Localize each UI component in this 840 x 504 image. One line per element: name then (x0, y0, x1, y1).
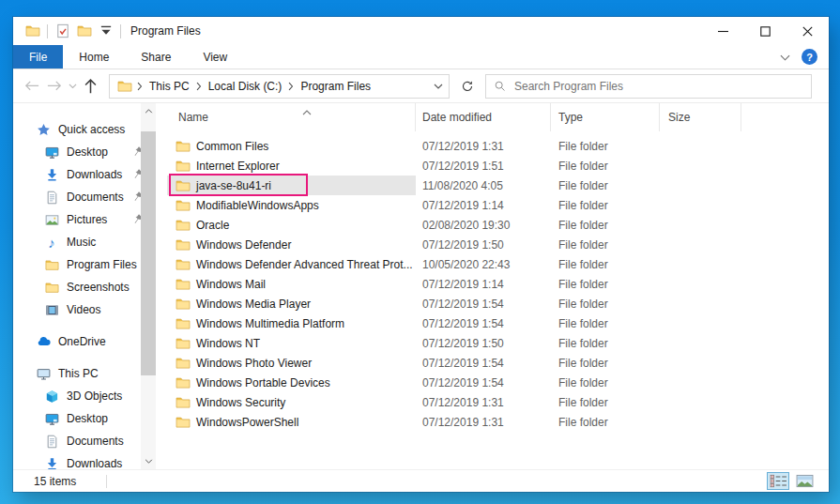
address-dropdown-icon[interactable] (434, 84, 443, 89)
sidebar-item-documents[interactable]: Documents (13, 430, 141, 452)
file-rows: Common Files 07/12/2019 1:31 File folder… (156, 136, 829, 432)
minimize-button[interactable] (702, 17, 744, 45)
titlebar[interactable]: Program Files (13, 17, 829, 45)
sidebar-item-label: 3D Objects (67, 389, 122, 403)
column-header-date-modified[interactable]: Date modified (416, 103, 551, 131)
file-row-windows-portable-devices[interactable]: Windows Portable Devices 07/12/2019 1:54… (156, 373, 829, 392)
status-bar: 15 items (13, 469, 829, 492)
file-name-cell[interactable]: Windows Media Player (156, 294, 416, 313)
new-folder-icon[interactable] (76, 23, 92, 39)
up-button[interactable] (79, 74, 101, 99)
sidebar-item-desktop[interactable]: Desktop (13, 407, 141, 430)
file-name-cell[interactable]: Internet Explorer (156, 156, 416, 176)
ribbon-tab-bar: FileHomeShareView ? (13, 45, 829, 69)
file-row-windows-mail[interactable]: Windows Mail 07/12/2019 1:14 File folder (156, 274, 829, 294)
breadcrumb-item-this-pc[interactable]: This PC (147, 80, 191, 93)
search-box[interactable] (485, 74, 812, 99)
maximize-icon (760, 26, 771, 37)
file-row-windows-defender-advanced-threat-prot[interactable]: Windows Defender Advanced Threat Prot...… (156, 254, 829, 274)
file-name-cell[interactable]: Windows Portable Devices (156, 373, 416, 392)
expand-ribbon-icon[interactable] (780, 51, 790, 64)
file-type: File folder (551, 136, 660, 156)
breadcrumb-item-program-files[interactable]: Program Files (298, 80, 373, 93)
sidebar-item-documents[interactable]: Documents (13, 186, 141, 208)
sidebar-item-program-files[interactable]: Program Files (13, 253, 141, 276)
file-name-cell[interactable]: Oracle (156, 215, 416, 235)
sidebar-item-desktop[interactable]: Desktop (13, 141, 141, 163)
folder-icon (176, 159, 191, 174)
sidebar-item-downloads[interactable]: Downloads (13, 163, 141, 186)
sidebar-item-3d-objects[interactable]: 3D Objects (13, 385, 141, 407)
file-name-cell[interactable]: Windows Defender Advanced Threat Prot... (156, 254, 416, 274)
sort-ascending-icon (280, 105, 312, 118)
file-row-common-files[interactable]: Common Files 07/12/2019 1:31 File folder (156, 136, 829, 156)
sidebar-item-music[interactable]: ♪ Music (13, 231, 141, 253)
file-row-windows-photo-viewer[interactable]: Windows Photo Viewer 07/12/2019 1:54 Fil… (156, 353, 829, 373)
properties-check-icon[interactable] (54, 23, 70, 39)
thumbnail-view-button[interactable] (793, 472, 816, 490)
sidebar-item-screenshots[interactable]: Screenshots (13, 276, 141, 298)
file-name-cell[interactable]: Windows Multimedia Platform (156, 313, 416, 333)
file-row-modifiablewindowsapps[interactable]: ModifiableWindowsApps 07/12/2019 1:14 Fi… (156, 195, 829, 215)
star-icon (36, 122, 51, 137)
file-name-cell[interactable]: WindowsPowerShell (156, 412, 416, 432)
file-row-windows-nt[interactable]: Windows NT 07/12/2019 1:50 File folder (156, 333, 829, 353)
file-name-cell[interactable]: Windows Defender (156, 235, 416, 254)
column-header-type[interactable]: Type (551, 103, 660, 131)
tab-home[interactable]: Home (63, 45, 125, 69)
scrollbar-thumb[interactable] (141, 131, 156, 375)
address-row: This PCLocal Disk (C:)Program Files (13, 69, 829, 103)
file-row-windows-security[interactable]: Windows Security 07/12/2019 1:31 File fo… (156, 392, 829, 412)
file-type: File folder (551, 313, 660, 333)
sidebar-scrollbar[interactable] (141, 103, 156, 469)
file-type: File folder (551, 195, 660, 215)
address-bar[interactable]: This PCLocal Disk (C:)Program Files (109, 74, 450, 99)
back-button[interactable] (21, 74, 43, 99)
file-name-cell[interactable]: Windows Photo Viewer (156, 353, 416, 373)
file-name-cell[interactable]: Windows Mail (156, 274, 416, 294)
file-name-cell[interactable]: Windows NT (156, 333, 416, 353)
maximize-button[interactable] (744, 17, 787, 45)
file-row-java-se-8u41-ri[interactable]: java-se-8u41-ri 11/08/2020 4:05 File fol… (156, 176, 829, 195)
file-row-windows-media-player[interactable]: Windows Media Player 07/12/2019 1:54 Fil… (156, 294, 829, 313)
customize-qat-icon[interactable] (98, 23, 114, 39)
help-icon[interactable]: ? (802, 49, 817, 65)
sidebar-item-onedrive[interactable]: OneDrive (13, 330, 141, 353)
sidebar-item-this-pc[interactable]: This PC (13, 362, 141, 385)
search-input[interactable] (514, 80, 803, 93)
column-header-name[interactable]: Name (156, 103, 416, 131)
sidebar-item-downloads[interactable]: Downloads (13, 452, 141, 469)
scrollbar-down-icon[interactable] (141, 453, 156, 469)
file-size (660, 274, 741, 294)
file-name-cell[interactable]: ModifiableWindowsApps (156, 195, 416, 215)
file-row-internet-explorer[interactable]: Internet Explorer 07/12/2019 1:51 File f… (156, 156, 829, 176)
sidebar-item-videos[interactable]: Videos (13, 298, 141, 321)
file-row-windows-multimedia-platform[interactable]: Windows Multimedia Platform 07/12/2019 1… (156, 313, 829, 333)
file-type: File folder (551, 274, 660, 294)
breadcrumb-item-local-disk-c[interactable]: Local Disk (C:) (206, 80, 284, 93)
tab-view[interactable]: View (187, 45, 243, 69)
file-row-oracle[interactable]: Oracle 02/08/2020 19:30 File folder (156, 215, 829, 235)
column-header-size[interactable]: Size (660, 103, 741, 131)
file-size (660, 136, 741, 156)
file-row-windows-defender[interactable]: Windows Defender 07/12/2019 1:50 File fo… (156, 235, 829, 254)
refresh-icon[interactable] (457, 75, 478, 98)
desktop-icon (44, 145, 59, 160)
close-button[interactable] (787, 17, 829, 45)
sidebar-item-label: Documents (67, 435, 124, 448)
tab-share[interactable]: Share (125, 45, 187, 69)
forward-button[interactable] (43, 74, 66, 99)
file-name-cell[interactable]: java-se-8u41-ri (156, 176, 416, 195)
scrollbar-up-icon[interactable] (141, 103, 156, 119)
breadcrumb-folder-icon (117, 79, 132, 94)
file-row-windowspowershell[interactable]: WindowsPowerShell 07/12/2019 1:31 File f… (156, 412, 829, 432)
recent-locations-icon[interactable] (66, 74, 79, 99)
file-name-cell[interactable]: Common Files (156, 136, 416, 156)
sidebar-item-quick-access[interactable]: Quick access (13, 118, 141, 141)
file-name-cell[interactable]: Windows Security (156, 392, 416, 412)
breadcrumb-separator-icon (132, 82, 147, 91)
details-view-button[interactable] (767, 472, 789, 490)
window-controls (702, 17, 829, 45)
tab-file[interactable]: File (13, 45, 63, 69)
sidebar-item-pictures[interactable]: Pictures (13, 208, 141, 231)
